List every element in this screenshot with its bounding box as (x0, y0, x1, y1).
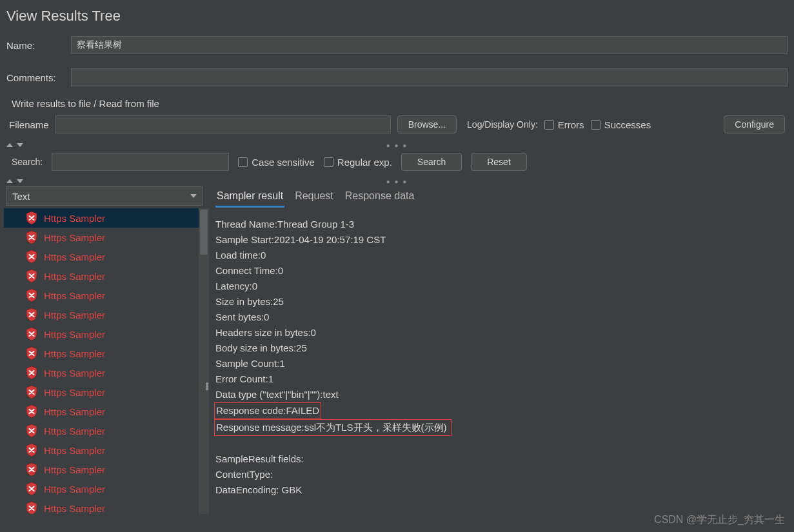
result-line: SampleResult fields: (215, 451, 788, 467)
tree-item[interactable]: Https Sampler (4, 266, 209, 286)
result-line: ContentType: (215, 467, 788, 482)
name-label: Name: (6, 40, 66, 51)
tree-item[interactable]: Https Sampler (4, 305, 209, 324)
renderer-selector[interactable]: Text (6, 186, 203, 206)
result-line: Thread Name:Thread Group 1-3 (215, 217, 788, 232)
search-button[interactable]: Search (401, 153, 462, 171)
error-shield-icon (26, 444, 37, 457)
tree-item[interactable]: Https Sampler (4, 344, 209, 363)
watermark: CSDN @学无止步_穷其一生 (654, 513, 785, 527)
tree-item-label: Https Sampler (44, 310, 105, 320)
page-title: View Results Tree (0, 0, 794, 34)
result-line: Body size in bytes:25 (215, 340, 788, 356)
tree-item-label: Https Sampler (44, 271, 105, 282)
regex-label: Regular exp. (337, 157, 392, 168)
scrollbar-thumb[interactable] (200, 210, 208, 255)
result-line: Error Count:1 (215, 371, 788, 387)
error-shield-icon (26, 502, 37, 514)
expand-down-icon (17, 143, 23, 147)
tree-item-label: Https Sampler (44, 329, 105, 340)
tree-item-label: Https Sampler (44, 503, 105, 514)
result-tabs: Sampler resultRequestResponse data (209, 185, 794, 208)
expand-down-icon (17, 179, 23, 183)
browse-button[interactable]: Browse... (397, 115, 457, 133)
results-tree[interactable]: Https SamplerHttps SamplerHttps SamplerH… (4, 208, 209, 514)
expand-up-icon (6, 179, 13, 183)
result-line: Headers size in bytes:0 (215, 325, 788, 340)
drag-dots-icon: ● ● ● (386, 142, 408, 149)
tree-item-label: Https Sampler (44, 290, 105, 301)
error-shield-icon (26, 250, 37, 263)
tab-request[interactable]: Request (293, 188, 335, 208)
file-section-title: Write results to file / Read from file (0, 89, 794, 113)
response-code-highlight: Response code:FAILED (214, 402, 321, 419)
tab-response-data[interactable]: Response data (344, 188, 416, 208)
result-line: Sample Start:2021-04-19 20:57:19 CST (215, 232, 788, 248)
tree-item[interactable]: Https Sampler (4, 228, 209, 247)
errors-label: Errors (558, 119, 584, 130)
successes-checkbox[interactable] (591, 120, 600, 130)
logdisplay-label: Log/Display Only: (467, 119, 538, 130)
result-line: Latency:0 (215, 279, 788, 294)
tree-item-label: Https Sampler (44, 464, 105, 475)
tree-item-label: Https Sampler (44, 348, 105, 359)
result-line: Data type ("text"|"bin"|""):text (215, 387, 788, 402)
search-label: Search: (12, 157, 43, 167)
tree-item[interactable]: Https Sampler (4, 479, 209, 498)
tree-item[interactable]: Https Sampler (4, 363, 209, 382)
error-shield-icon (26, 212, 37, 224)
tree-item-label: Https Sampler (44, 213, 105, 224)
tree-item-label: Https Sampler (44, 426, 105, 437)
result-line: DataEncoding: GBK (215, 482, 788, 498)
tree-item-label: Https Sampler (44, 251, 105, 262)
tree-item[interactable]: Https Sampler (4, 324, 209, 344)
response-message-highlight: Response message:ssl不为TLS开头，采样失败(示例) (214, 419, 452, 436)
drag-dots-icon: ● ● ● (386, 178, 408, 185)
result-line: Sent bytes:0 (215, 310, 788, 325)
vertical-drag-dots-icon[interactable]: ●●● (205, 382, 209, 390)
filename-input[interactable] (55, 115, 391, 133)
result-line: Size in bytes:25 (215, 294, 788, 310)
tree-item[interactable]: Https Sampler (4, 247, 209, 266)
configure-button[interactable]: Configure (724, 115, 785, 133)
tree-item-label: Https Sampler (44, 232, 105, 243)
name-input[interactable] (71, 36, 788, 54)
splitter-2[interactable]: ● ● ● (0, 177, 794, 185)
tree-item-label: Https Sampler (44, 368, 105, 379)
tree-item[interactable]: Https Sampler (4, 208, 209, 228)
tree-item[interactable]: Https Sampler (4, 421, 209, 440)
renderer-selected: Text (12, 191, 30, 202)
tree-item-label: Https Sampler (44, 484, 105, 495)
tree-item[interactable]: Https Sampler (4, 440, 209, 460)
error-shield-icon (26, 328, 37, 340)
tree-item[interactable]: Https Sampler (4, 286, 209, 305)
successes-label: Successes (604, 119, 651, 130)
tab-sampler-result[interactable]: Sampler result (215, 188, 284, 208)
tree-item[interactable]: Https Sampler (4, 460, 209, 479)
error-shield-icon (26, 482, 37, 495)
error-shield-icon (26, 231, 37, 244)
error-shield-icon (26, 424, 37, 437)
tree-item[interactable]: Https Sampler (4, 402, 209, 421)
tree-item[interactable]: Https Sampler (4, 382, 209, 402)
filename-label: Filename (9, 119, 49, 130)
chevron-down-icon (190, 194, 197, 198)
tree-item[interactable]: Https Sampler (4, 498, 209, 514)
regex-checkbox[interactable] (324, 157, 333, 167)
comments-label: Comments: (6, 72, 66, 83)
scrollbar-track[interactable] (199, 208, 209, 514)
error-shield-icon (26, 463, 37, 476)
error-shield-icon (26, 386, 37, 399)
expand-up-icon (6, 143, 13, 147)
comments-input[interactable] (71, 68, 788, 86)
result-line: Sample Count:1 (215, 356, 788, 371)
splitter-1[interactable]: ● ● ● (0, 141, 794, 149)
errors-checkbox[interactable] (544, 120, 554, 130)
case-sensitive-checkbox[interactable] (238, 157, 248, 167)
error-shield-icon (26, 289, 37, 302)
error-shield-icon (26, 405, 37, 418)
result-line: Load time:0 (215, 248, 788, 263)
reset-button[interactable]: Reset (471, 153, 527, 171)
sampler-result-body: Thread Name:Thread Group 1-3Sample Start… (209, 208, 794, 504)
search-input[interactable] (52, 153, 229, 171)
